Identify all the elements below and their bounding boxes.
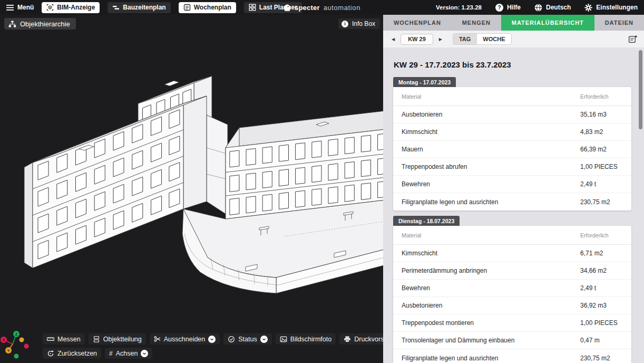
nav-wochenplan-label: Wochenplan [194, 4, 231, 11]
add-note-button[interactable] [628, 35, 638, 44]
print-preview-button[interactable]: Druckvorschau [339, 333, 383, 345]
settings-button[interactable]: Einstellungen [584, 4, 638, 12]
material-name: Bewehren [393, 180, 580, 188]
status-dropdown-toggle[interactable] [260, 336, 268, 343]
weekplan-icon [183, 4, 191, 11]
required-amount: 4,83 m2 [580, 128, 631, 136]
status-label: Status [238, 336, 257, 343]
table-row: Mauern66,39 m2 [393, 141, 631, 158]
required-amount: 66,39 m2 [580, 146, 631, 153]
week-heading: KW 29 - 17.7.2023 bis 23.7.2023 [394, 60, 631, 69]
object-split-button[interactable]: Objektteilung [89, 333, 146, 345]
screenshot-label: Bildschirmfoto [290, 336, 332, 343]
table-header-row: Material Erforderlich [393, 87, 631, 106]
tab-wochenplan[interactable]: WOCHENPLAN [383, 15, 452, 31]
panel-scrollbar[interactable] [639, 50, 642, 129]
axis-x-label: X [2, 338, 5, 342]
material-name: Ausbetonieren [393, 302, 580, 309]
toggle-woche[interactable]: WOCHE [476, 34, 511, 44]
bim-view-icon [46, 4, 54, 11]
scissors-icon [154, 336, 161, 342]
material-name: Ausbetonieren [393, 111, 580, 118]
required-amount: 0,47 m [580, 337, 631, 344]
material-name: Tronsolenlager und Dämmung einbauen [393, 337, 580, 344]
axes-button[interactable]: # Achsen [105, 348, 152, 359]
cut-button[interactable]: Ausschneiden [150, 333, 220, 345]
printer-icon [344, 336, 351, 343]
axis-gizmo[interactable]: Z X Y [0, 328, 31, 362]
measure-label: Messen [57, 336, 81, 343]
nav-bim-anzeige-button[interactable]: BIM-Anzeige [42, 2, 100, 13]
reset-view-button[interactable]: Zurücksetzen [43, 348, 101, 359]
screenshot-button[interactable]: Bildschirmfoto [276, 333, 336, 345]
info-icon: i [341, 21, 348, 27]
nav-wochenplan-button[interactable]: Wochenplan [179, 2, 236, 13]
viewer-toolbar: Messen Objektteilung Ausschneiden [43, 333, 383, 359]
bim-viewport[interactable]: Objekthierarchie i Info Box Messen Objek… [0, 15, 383, 363]
gantt-icon [112, 4, 120, 11]
nav-bauzeitenplan-button[interactable]: Bauzeitenplan [108, 2, 170, 13]
settings-label: Einstellungen [596, 4, 638, 11]
required-amount: 36,92 m3 [580, 302, 631, 309]
print-preview-label: Druckvorschau [354, 336, 383, 343]
day-badge: Montag - 17.07.2023 [393, 77, 456, 87]
tab-materialuebersicht[interactable]: MATERIALÜBERSICHT [501, 15, 594, 31]
required-amount: 34,66 m2 [580, 267, 631, 274]
reset-rotate-icon [47, 350, 54, 357]
material-table: Material Erforderlich Ausbetonieren35,16… [393, 87, 631, 211]
required-amount: 1,00 PIECES [580, 163, 631, 170]
required-amount: 230,75 m2 [580, 198, 631, 206]
gear-icon [584, 4, 592, 12]
info-box-label: Info Box [352, 20, 375, 27]
toggle-tag[interactable]: TAG [453, 34, 476, 44]
object-split-icon [93, 336, 100, 343]
previous-week-button[interactable]: ◀ [389, 35, 397, 44]
next-week-button[interactable]: ▶ [437, 35, 444, 44]
nav-bim-anzeige-label: BIM-Anzeige [57, 4, 95, 11]
day-section-tuesday: Dienstag - 18.07.2023 Material Erforderl… [393, 216, 631, 363]
table-row: Kimmschicht4,83 m2 [393, 123, 631, 141]
table-row: Treppenpodest abrufen1,00 PIECES [393, 158, 631, 176]
required-amount: 230,75 m2 [580, 355, 631, 362]
column-header-material: Material [393, 232, 580, 238]
table-row: Ausbetonieren35,16 m3 [393, 106, 631, 123]
day-badge: Dienstag - 18.07.2023 [393, 216, 460, 226]
axis-z-label: Z [15, 332, 18, 337]
axes-grid-icon: # [109, 350, 113, 357]
week-select-button[interactable]: KW 29 [401, 34, 433, 45]
column-header-required: Erforderlich [580, 232, 631, 238]
material-name: Filigranplatte legen und ausrichten [393, 355, 580, 362]
day-week-toggle: TAG WOCHE [453, 33, 512, 45]
building-model-drawing [0, 15, 383, 363]
globe-icon [534, 4, 542, 12]
material-name: Bewehren [393, 284, 580, 292]
material-name: Treppenpodest montieren [393, 319, 580, 327]
axes-dropdown-toggle[interactable] [141, 350, 148, 357]
material-name: Kimmschicht [393, 250, 580, 257]
language-button[interactable]: Deutsch [534, 4, 571, 12]
required-amount: 2,49 t [580, 180, 631, 188]
required-amount: 6,71 m2 [580, 250, 631, 257]
status-check-icon [228, 336, 235, 343]
table-row: Ausbetonieren36,92 m3 [393, 297, 631, 314]
info-box-button[interactable]: i Info Box [338, 18, 380, 29]
object-hierarchy-button[interactable]: Objekthierarchie [4, 18, 76, 30]
menu-button[interactable]: Menü [6, 4, 34, 11]
day-section-monday: Montag - 17.07.2023 Material Erforderlic… [393, 77, 631, 211]
measure-button[interactable]: Messen [43, 333, 85, 345]
tab-mengen[interactable]: MENGEN [452, 15, 501, 31]
column-header-required: Erforderlich [580, 93, 631, 100]
logo-text-light: automation [324, 4, 360, 12]
help-icon: ? [495, 4, 503, 12]
tab-dateien[interactable]: DATEIEN [594, 15, 644, 31]
help-button[interactable]: ? Hilfe [495, 4, 521, 12]
chevron-down-icon [261, 337, 267, 342]
cut-dropdown-toggle[interactable] [208, 336, 216, 343]
hamburger-icon [6, 5, 14, 11]
top-bar: Menü BIM-Anzeige Bauzeitenplan Wochenpla… [0, 0, 644, 15]
material-name: Kimmschicht [393, 128, 580, 136]
version-label: Version: 1.23.28 [436, 4, 482, 11]
material-overview-content: KW 29 - 17.7.2023 bis 23.7.2023 Montag -… [383, 47, 644, 363]
status-button[interactable]: Status [223, 333, 271, 345]
object-hierarchy-label: Objekthierarchie [20, 20, 70, 28]
